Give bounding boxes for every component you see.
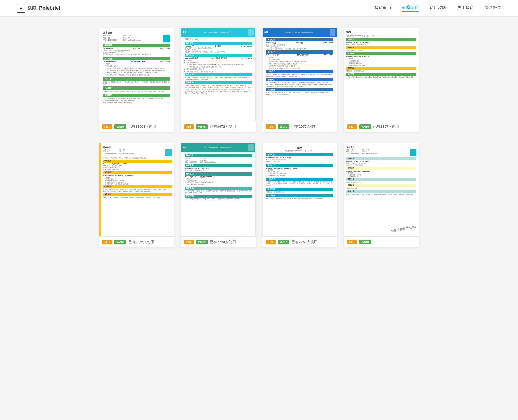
template-footer-6: PDF Word 已有2254人使用 (181, 237, 256, 247)
word-badge-8: Word (359, 240, 371, 244)
nav-jianjianli[interactable]: 极简简历 (375, 5, 391, 11)
templates-row-1: 基本信息 姓名：张某性别：男手机：18888888888 学历：本科年龄：23邮… (99, 28, 419, 132)
template-preview-5: 基本信息 姓名：张某性别：男手机：18888888888 学历：本科年龄：23邮… (99, 143, 174, 237)
template-footer-5: PDF Word 已有2255人使用 (99, 237, 174, 247)
template-card-5[interactable]: 基本信息 姓名：张某性别：男手机：18888888888 学历：本科年龄：23邮… (99, 143, 174, 247)
pdf-badge-7: PDF (266, 240, 276, 244)
nav-about[interactable]: 关于极简 (457, 5, 474, 11)
usage-count-3: 已有2972人使用 (292, 124, 317, 129)
resume-content-7: 极简 张某 | 23 | 18888888888 | job@polebrief… (263, 143, 337, 236)
template-footer-4: PDF Word 已有2357人使用 (344, 121, 419, 132)
template-preview-2: 极简 张某 | 23 | 18888888888 | job@polebrief… (181, 28, 256, 121)
pdf-badge-1: PDF (102, 124, 112, 129)
template-preview-1: 基本信息 姓名：张某性别：男手机：18888888888 学历：本科年龄：23邮… (99, 28, 174, 121)
header: P 极简 Polebrief 极简简历 在线制作 简历攻略 关于极简 登录极简 (0, 0, 518, 17)
usage-count-1: 已有13563人使用 (128, 124, 156, 129)
main-content: 基本信息 姓名：张某性别：男手机：18888888888 学历：本科年龄：23邮… (94, 28, 424, 247)
word-badge-4: Word (359, 124, 371, 129)
logo: P 极简 Polebrief (17, 4, 60, 13)
pdf-badge-3: PDF (266, 124, 276, 129)
word-badge-3: Word (278, 124, 289, 129)
resume-content-3: 极简 张某 | 23 | 18888888888 | job@polebrief… (263, 28, 337, 121)
logo-icon: P (17, 4, 25, 13)
resume-content-1: 基本信息 姓名：张某性别：男手机：18888888888 学历：本科年龄：23邮… (99, 28, 174, 121)
template-preview-8: 基本信息 姓名：张某性别：男手机：18888888888 学历：本科年龄：23邮… (344, 143, 419, 237)
word-badge-1: Word (114, 124, 126, 129)
pdf-badge-8: PDF (347, 240, 357, 244)
template-footer-1: PDF Word 已有13563人使用 (99, 121, 174, 132)
word-badge-6: Word (196, 240, 208, 244)
usage-count-7: 已有2250人使用 (292, 240, 317, 244)
word-badge-5: Word (114, 240, 126, 244)
template-preview-3: 极简 张某 | 23 | 18888888888 | job@polebrief… (262, 28, 337, 121)
word-badge-2: Word (196, 124, 208, 129)
usage-count-6: 已有2254人使用 (210, 240, 236, 244)
pdf-badge-5: PDF (102, 240, 112, 244)
template-card-1[interactable]: 基本信息 姓名：张某性别：男手机：18888888888 学历：本科年龄：23邮… (99, 28, 174, 132)
template-card-7[interactable]: 极简 张某 | 23 | 18888888888 | job@polebrief… (262, 143, 337, 247)
usage-count-4: 已有2357人使用 (373, 124, 399, 129)
template-card-4[interactable]: 极简 张某 | 23 | 18888888888 | job@polebrief… (344, 28, 419, 132)
template-preview-4: 极简 张某 | 23 | 18888888888 | job@polebrief… (344, 28, 419, 121)
resume-content-6: 极简 张某 | 23 | 18888888888 | job@polebrief… (181, 143, 255, 236)
template-footer-3: PDF Word 已有2972人使用 (262, 121, 337, 132)
pdf-badge-2: PDF (184, 124, 194, 129)
template-footer-7: PDF Word 已有2250人使用 (262, 237, 337, 247)
usage-count-5: 已有2255人使用 (128, 240, 154, 244)
template-footer-2: PDF Word 已有8672人使用 (181, 121, 256, 132)
template-preview-7: 极简 张某 | 23 | 18888888888 | job@polebrief… (262, 143, 337, 237)
usage-count-2: 已有8672人使用 (210, 124, 236, 129)
logo-cn: 极简 (28, 6, 36, 11)
nav-login[interactable]: 登录极简 (485, 5, 501, 11)
pdf-badge-4: PDF (347, 124, 357, 129)
nav-online[interactable]: 在线制作 (402, 5, 419, 12)
main-nav: 极简简历 在线制作 简历攻略 关于极简 登录极简 (375, 5, 501, 12)
template-card-3[interactable]: 极简 张某 | 23 | 18888888888 | job@polebrief… (262, 28, 337, 132)
templates-row-2: 基本信息 姓名：张某性别：男手机：18888888888 学历：本科年龄：23邮… (99, 143, 419, 247)
pdf-badge-6: PDF (184, 240, 194, 244)
template-card-6[interactable]: 极简 张某 | 23 | 18888888888 | job@polebrief… (181, 143, 256, 247)
resume-content-2: 极简 张某 | 23 | 18888888888 | job@polebrief… (181, 28, 255, 121)
template-card-2[interactable]: 极简 张某 | 23 | 18888888888 | job@polebrief… (181, 28, 256, 132)
template-card-8[interactable]: 基本信息 姓名：张某性别：男手机：18888888888 学历：本科年龄：23邮… (344, 143, 419, 247)
word-badge-7: Word (278, 240, 289, 244)
nav-strategy[interactable]: 简历攻略 (430, 5, 446, 11)
template-preview-6: 极简 张某 | 23 | 18888888888 | job@polebrief… (181, 143, 256, 237)
template-footer-8: PDF Word (344, 237, 419, 247)
logo-en: Polebrief (39, 5, 60, 11)
